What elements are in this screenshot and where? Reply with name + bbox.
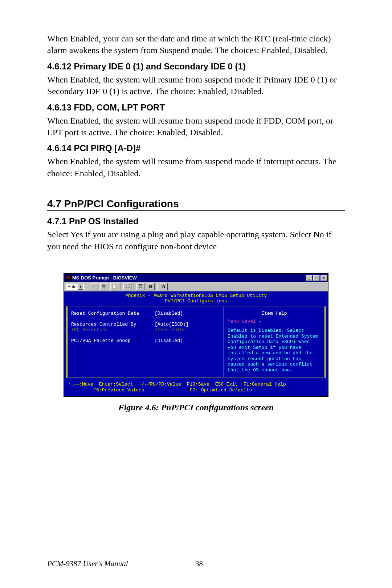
toolbar-separator — [87, 283, 88, 290]
heading-4-7-1: 4.7.1 PnP OS Installed — [47, 216, 345, 226]
heading-4-6-14: 4.6.14 PCI PIRQ [A-D]# — [47, 143, 345, 153]
toolbar-separator — [121, 283, 121, 290]
heading-4-7: 4.7 PnP/PCI Configurations — [47, 198, 345, 210]
setting-label: IRQ Resources — [71, 327, 155, 333]
minimize-button[interactable]: _ — [306, 275, 313, 281]
background-icon[interactable]: ▤ — [147, 283, 155, 290]
page-number: 38 — [195, 559, 203, 568]
disabled-x-icon: x — [65, 327, 68, 333]
help-text: Default is Disabled. Select Enabled to r… — [228, 328, 321, 373]
toolbar-btn-1[interactable]: ▭ — [90, 283, 98, 290]
heading-4-6-13: 4.6.13 FDD, COM, LPT PORT — [47, 102, 345, 113]
bios-header: Phoenix - Award WorkstationBIOS CMOS Set… — [64, 291, 328, 304]
toolbar-separator — [157, 283, 158, 290]
font-icon[interactable]: A — [160, 283, 168, 290]
bios-setting-row — [71, 316, 219, 322]
bios-footer-keys: ↑↓←→:Move Enter:Select +/-/PU/PD:Value F… — [64, 380, 328, 396]
setting-label: PCI/VGA Palette Snoop — [71, 338, 155, 343]
bios-setting-row[interactable]: xIRQ ResourcesPress Enter — [71, 327, 219, 333]
setting-value: [Auto(ESCD)] — [155, 322, 189, 327]
bios-setting-row[interactable]: Resources Controlled By[Auto(ESCD)] — [71, 322, 219, 327]
window-titlebar: MS MS-DOS Prompt - BIOSVIEW _ □ × — [64, 274, 328, 282]
item-help-title: Item Help — [228, 311, 321, 316]
close-button[interactable]: × — [320, 275, 327, 281]
section-rule — [47, 210, 345, 211]
paste-icon[interactable]: 📋 — [110, 283, 118, 290]
intro-paragraph: When Enabled, your can set the date and … — [47, 33, 345, 56]
heading-4-6-12: 4.6.12 Primary IDE 0 (1) and Secondary I… — [47, 61, 345, 72]
manual-name: PCM-9387 User's Manual — [47, 559, 128, 568]
msdos-icon: MS — [65, 275, 71, 281]
copy-icon[interactable]: ⧉ — [100, 283, 108, 290]
setting-label: Resources Controlled By — [71, 322, 155, 327]
window-toolbar: Auto ▼ ▭ ⧉ 📋 ⛶ ☰ ▤ A — [64, 282, 328, 291]
bios-settings-pane[interactable]: Reset Configuration Data[Disabled] Resou… — [68, 307, 223, 377]
setting-value: [Disabled] — [155, 311, 183, 316]
combo-value: Auto — [68, 284, 77, 289]
figure-bios-window: MS MS-DOS Prompt - BIOSVIEW _ □ × Auto ▼… — [47, 273, 345, 412]
bios-setting-row[interactable]: PCI/VGA Palette Snoop[Disabled] — [71, 338, 219, 343]
body-4-7-1: Select Yes if you are using a plug and p… — [47, 229, 345, 252]
msdos-window: MS MS-DOS Prompt - BIOSVIEW _ □ × Auto ▼… — [64, 273, 328, 397]
body-4-6-12: When Enabled, the system will resume fro… — [47, 74, 345, 97]
menu-level: Menu Level ▸ — [228, 318, 321, 324]
properties-icon[interactable]: ☰ — [136, 283, 144, 290]
maximize-button[interactable]: □ — [313, 275, 320, 281]
bios-screen: Phoenix - Award WorkstationBIOS CMOS Set… — [64, 291, 328, 396]
window-title: MS-DOS Prompt - BIOSVIEW — [72, 275, 306, 281]
setting-value: Press Enter — [155, 327, 186, 333]
bios-setting-row[interactable]: Reset Configuration Data[Disabled] — [71, 311, 219, 316]
chevron-down-icon: ▼ — [78, 284, 83, 290]
setting-value: [Disabled] — [155, 338, 183, 343]
body-4-6-13: When Enabled, the system will resume fro… — [47, 115, 345, 138]
toolbar-separator — [134, 283, 134, 290]
figure-caption: Figure 4.6: PnP/PCI configurations scree… — [47, 403, 345, 412]
setting-label: Reset Configuration Data — [71, 311, 155, 316]
fullscreen-icon[interactable]: ⛶ — [123, 283, 131, 290]
body-4-6-14: When Enabled, the system will resume fro… — [47, 156, 345, 179]
font-size-combo[interactable]: Auto ▼ — [66, 283, 85, 290]
bios-setting-row — [71, 333, 219, 338]
page-footer: PCM-9387 User's Manual 38 — [47, 559, 345, 568]
bios-help-pane: Item Help Menu Level ▸ Default is Disabl… — [223, 307, 324, 377]
